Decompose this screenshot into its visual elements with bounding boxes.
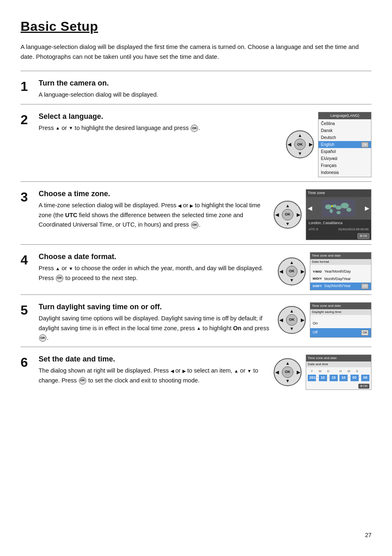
- step-2-heading: Select a language.: [39, 112, 273, 121]
- dpad-4-right: ▶: [301, 268, 304, 275]
- step-2-image: ▲ ▼ ◀ ▶ OK Language(LANG) Čeština Dansk …: [281, 112, 371, 178]
- dpad-2: ▲ ▼ ◀ ▶ OK: [286, 130, 314, 158]
- dpad-6-down: ▼: [286, 378, 290, 385]
- lang-item-espanol: Español: [318, 148, 371, 155]
- step-3-content: Choose a time zone. A time-zone selectio…: [39, 189, 274, 229]
- step-6-body: The dialog shown at right will be displa…: [39, 366, 265, 385]
- svg-point-1: [325, 204, 332, 209]
- dpad-6: ▲ ▼ ◀ ▶ OK: [274, 358, 302, 386]
- df-subheader: Date format: [310, 259, 371, 265]
- intro-text: A language-selection dialog will be disp…: [21, 42, 371, 62]
- dpad-down-arrow: ▼: [298, 150, 302, 157]
- step-2-number: 2: [21, 112, 39, 127]
- dt-label-h: H: [337, 369, 344, 374]
- datetime-screen: Time zone and date Date and time Y M D H…: [306, 354, 371, 390]
- tz-map-visual: [322, 199, 355, 217]
- dpad-right-arrow: ▶: [309, 141, 312, 148]
- language-screen: Language(LANG) Čeština Dansk Deutsch Eng…: [318, 112, 371, 178]
- step-3-body: A time-zone selection dialog will be dis…: [39, 201, 265, 229]
- dpad-5: ▲ ▼ ◀ ▶ OK: [278, 306, 306, 334]
- step-2-content: Select a language. Press or to highlight…: [39, 112, 281, 133]
- dpad-4-up: ▲: [290, 259, 294, 266]
- svg-point-8: [331, 205, 333, 207]
- svg-point-4: [341, 203, 349, 208]
- dt-min: 00: [350, 375, 359, 381]
- step-2-body: Press or to highlight the desired langua…: [39, 123, 273, 133]
- dl-subheader: Daylight saving time: [310, 309, 371, 315]
- step-4-section: 4 Choose a date format. Press or to choo…: [21, 244, 371, 294]
- step-3-section: 3 Choose a time zone. A time-zone select…: [21, 181, 371, 244]
- step-1-content: Turn the camera on. A language-selection…: [39, 79, 371, 100]
- step-6-image: ▲ ▼ ◀ ▶ OK Time zone and date Date and t…: [274, 354, 371, 390]
- tz-city: London, Casablanca: [306, 220, 371, 227]
- df-header: Time zone and date: [310, 253, 371, 259]
- step-4-image: ▲ ▼ ◀ ▶ OK Time zone and date Date forma…: [278, 252, 371, 290]
- step-5-content: Turn daylight saving time on or off. Day…: [39, 302, 278, 343]
- dpad-ok: OK: [294, 139, 306, 150]
- step-6-content: Set the date and time. The dialog shown …: [39, 354, 274, 385]
- timezone-screen: Time zone ◀: [306, 189, 371, 240]
- tz-ok-btn: ⊛OK: [357, 233, 369, 239]
- dt-label-y: Y: [309, 369, 315, 374]
- tz-left-arrow: ◀: [308, 204, 312, 213]
- step-3-image: ▲ ▼ ◀ ▶ OK Time zone ◀: [274, 189, 371, 240]
- dpad-4: ▲ ▼ ◀ ▶ OK: [278, 257, 306, 285]
- step-1-heading: Turn the camera on.: [39, 79, 363, 88]
- tz-right-arrow: ▶: [365, 204, 369, 213]
- dpad-5-ok: OK: [286, 314, 297, 326]
- step-1-body: A language-selection dialog will be disp…: [39, 90, 363, 100]
- step-4-content: Choose a date format. Press or to choose…: [39, 252, 278, 283]
- df-mdy-row: M/D/Y Month/Day/Year: [310, 276, 371, 283]
- dt-hour: 10: [339, 375, 348, 381]
- dpad-5-down: ▼: [290, 325, 294, 332]
- step-1-section: 1 Turn the camera on. A language-selecti…: [21, 71, 371, 104]
- step-5-image: ▲ ▼ ◀ ▶ OK Time zone and date Daylight s…: [278, 302, 371, 338]
- dpad-5-right: ▶: [301, 317, 304, 324]
- step-4-number: 4: [21, 252, 39, 267]
- dt-ok-row: ⊛OK: [306, 383, 371, 389]
- dl-on-row: On: [310, 319, 371, 328]
- step-6-heading: Set the date and time.: [39, 354, 265, 364]
- step-6-section: 6 Set the date and time. The dialog show…: [21, 347, 371, 394]
- lang-screen-header: Language(LANG): [318, 112, 371, 120]
- tz-utc-value: UTC 0: [309, 227, 318, 232]
- step-1-number: 1: [21, 79, 39, 94]
- df-ymd-row: Y/M/D Year/Month/Day: [310, 268, 371, 276]
- step-4-body: Press or to choose the order in which th…: [39, 264, 270, 283]
- dpad-6-ok: OK: [282, 366, 293, 378]
- lang-item-deutsch: Deutsch: [318, 134, 371, 141]
- tz-map: ◀: [306, 197, 371, 220]
- svg-point-3: [336, 206, 341, 210]
- dt-values: 2013 · 10 · 15 10 · 00 · 00: [306, 374, 371, 383]
- lang-item-dansk: Dansk: [318, 127, 371, 134]
- dt-label-s: S: [354, 369, 360, 374]
- step-5-number: 5: [21, 302, 39, 317]
- tz-utc-row: UTC 0 01/01/2013 00:00:00: [306, 227, 371, 232]
- daylight-screen: Time zone and date Daylight saving time …: [310, 302, 371, 338]
- tz-ok-row: ⊛OK: [306, 232, 371, 240]
- step-3-heading: Choose a time zone.: [39, 189, 265, 199]
- dpad-4-down: ▼: [290, 277, 294, 284]
- svg-point-5: [346, 208, 351, 212]
- lang-item-greek: Ελληνικά: [318, 155, 371, 162]
- dpad-3-ok: OK: [282, 209, 293, 220]
- lang-item-indonesia: Indonesia: [318, 169, 371, 176]
- dt-sec: 00: [361, 375, 369, 381]
- dt-labels: Y M D H M S: [306, 367, 371, 374]
- lang-screen-body: Čeština Dansk Deutsch EnglishOK Español …: [318, 119, 371, 177]
- dl-off-row: OffOK: [310, 328, 371, 337]
- dpad-6-right: ▶: [297, 369, 300, 376]
- dpad-4-ok: OK: [286, 266, 297, 277]
- step-3-number: 3: [21, 189, 39, 204]
- dt-label-m1: M: [317, 369, 323, 374]
- dpad-6-left: ◀: [275, 369, 279, 376]
- dpad-3-up: ▲: [286, 202, 290, 209]
- dpad-4-left: ◀: [279, 268, 283, 275]
- dpad-3: ▲ ▼ ◀ ▶ OK: [274, 201, 302, 229]
- dpad-left-arrow: ◀: [288, 141, 291, 148]
- dt-ok-btn: ⊛OK: [358, 384, 369, 389]
- dl-header: Time zone and date: [310, 303, 371, 309]
- dpad-up-arrow: ▲: [298, 132, 302, 139]
- tz-header: Time zone: [306, 190, 371, 197]
- dt-day: 15: [330, 375, 338, 381]
